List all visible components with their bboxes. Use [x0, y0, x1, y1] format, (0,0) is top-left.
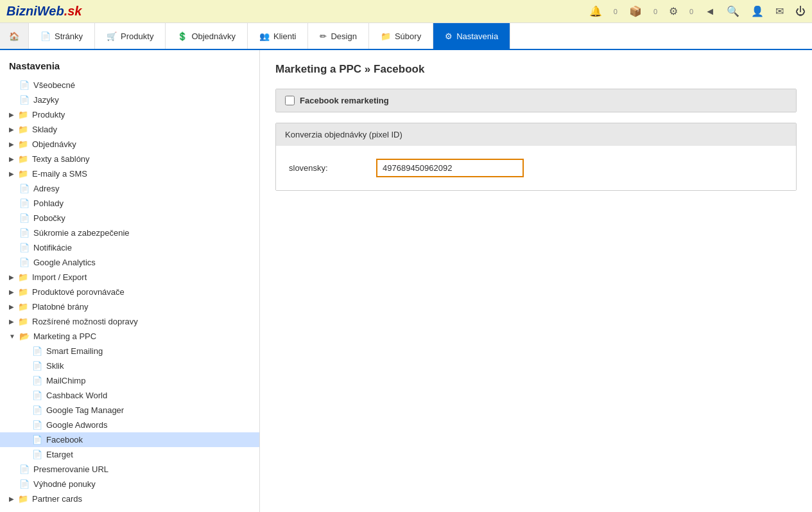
sidebar-item-produkty[interactable]: ▶ 📁 Produkty	[0, 107, 259, 122]
sidebar-label: Sklik	[46, 361, 64, 371]
sidebar-item-mailchimp[interactable]: 📄 MailChimp	[0, 373, 259, 388]
sidebar-item-emaily[interactable]: ▶ 📁 E-maily a SMS	[0, 166, 259, 181]
sidebar-item-marketing[interactable]: ▼ 📂 Marketing a PPC	[0, 329, 259, 344]
sidebar-item-vyhodne[interactable]: 📄 Výhodné ponuky	[0, 477, 259, 491]
notif-bell[interactable]: 🔔	[589, 5, 602, 17]
sidebar-label: Súkromie a zabezpečenie	[33, 228, 130, 238]
file-icon: 📄	[32, 346, 42, 356]
sidebar-item-google-analytics[interactable]: 📄 Google Analytics	[0, 255, 259, 270]
sidebar-item-adwords[interactable]: 📄 Google Adwords	[0, 418, 259, 432]
nav-subory[interactable]: 📁 Súbory	[369, 23, 433, 49]
sidebar-item-notifikacie[interactable]: 📄 Notifikácie	[0, 240, 259, 255]
sidebar-label: Smart Emailing	[46, 346, 103, 356]
sidebar-item-pohlady[interactable]: 📄 Pohlady	[0, 196, 259, 211]
file-icon: 📄	[19, 243, 30, 252]
konverzia-label: Konverzia objednávky (pixel ID)	[285, 130, 402, 139]
main-layout: Nastavenia 📄 Všeobecné 📄 Jazyky ▶ 📁 Prod…	[0, 50, 812, 512]
remarketing-label: Facebook remarketing	[300, 96, 389, 105]
sidebar-item-etarget[interactable]: 📄 Etarget	[0, 447, 259, 462]
sidebar-item-sklik[interactable]: 📄 Sklik	[0, 358, 259, 373]
sidebar-item-jazyky[interactable]: 📄 Jazyky	[0, 93, 259, 107]
sidebar-item-sklady[interactable]: ▶ 📁 Sklady	[0, 122, 259, 137]
logo-sk: .sk	[64, 4, 82, 18]
sidebar-item-gtm[interactable]: 📄 Google Tag Manager	[0, 403, 259, 418]
sidebar-item-presmerovanie[interactable]: 📄 Presmerovanie URL	[0, 462, 259, 477]
folder-icon: 📁	[18, 110, 28, 119]
field-label-slovensky: slovensky:	[289, 163, 366, 173]
sidebar-label: Marketing a PPC	[33, 331, 96, 341]
logo-text: BizniWeb	[6, 4, 64, 18]
top-bar-right: 🔔0 📦0 ⚙0 ◄ 🔍 👤 ✉ ⏻	[589, 5, 806, 17]
sidebar-item-import[interactable]: ▶ 📁 Import / Export	[0, 270, 259, 285]
file-icon: 📄	[32, 420, 42, 430]
power-icon[interactable]: ⏻	[795, 6, 806, 17]
folder-icon: 📁	[18, 139, 28, 149]
file-icon: 📄	[32, 435, 42, 445]
page-title: Marketing a PPC » Facebook	[275, 63, 797, 76]
sidebar-item-adresy[interactable]: 📄 Adresy	[0, 181, 259, 196]
notif-box[interactable]: 📦	[629, 5, 642, 17]
sidebar-label: Produkty	[32, 110, 65, 119]
content-area: Marketing a PPC » Facebook Facebook rema…	[260, 50, 812, 512]
remarketing-checkbox[interactable]	[285, 96, 295, 105]
nav-produkty[interactable]: 🛒 Produkty	[95, 23, 166, 49]
sidebar-item-vseobecne[interactable]: 📄 Všeobecné	[0, 78, 259, 93]
arrow-right-icon: ▶	[9, 111, 14, 118]
logo: BizniWeb.sk	[6, 4, 82, 19]
nav-stranky[interactable]: 📄 Stránky	[29, 23, 95, 49]
sidebar-label: Cashback World	[46, 391, 107, 400]
nav-klienti[interactable]: 👥 Klienti	[248, 23, 308, 49]
file-icon: 📄	[19, 228, 30, 238]
sidebar-label: Sklady	[32, 125, 57, 134]
folder-icon: 📁	[18, 287, 28, 297]
folder-icon: 📁	[18, 154, 28, 164]
sidebar-item-objednavky[interactable]: ▶ 📁 Objednávky	[0, 137, 259, 152]
file-icon: 📄	[32, 405, 42, 415]
sidebar-label: Adresy	[33, 184, 59, 193]
sidebar-label: Facebook	[46, 435, 83, 445]
design-icon: ✏	[320, 31, 327, 41]
sidebar-label: Rozšírené možnosti dopravy	[32, 317, 138, 326]
mail-icon[interactable]: ✉	[775, 5, 784, 17]
nav-klienti-label: Klienti	[273, 31, 296, 41]
file-icon: 📄	[32, 361, 42, 371]
folder-icon: 📁	[18, 494, 28, 504]
sidebar-item-smart-emailing[interactable]: 📄 Smart Emailing	[0, 344, 259, 358]
nav-bar: 🏠 📄 Stránky 🛒 Produkty 💲 Objednávky 👥 Kl…	[0, 23, 812, 50]
konverzia-header: Konverzia objednávky (pixel ID)	[276, 123, 796, 146]
sidebar-item-texty[interactable]: ▶ 📁 Texty a šablóny	[0, 152, 259, 166]
file-icon: 📄	[19, 95, 30, 105]
sidebar-label: Presmerovanie URL	[33, 464, 108, 474]
sidebar-item-rozsirene[interactable]: ▶ 📁 Rozšírené možnosti dopravy	[0, 314, 259, 329]
notif-gear[interactable]: ⚙	[669, 5, 678, 17]
sidebar-item-produktove[interactable]: ▶ 📁 Produktové porovnávače	[0, 285, 259, 299]
nastavenia-icon: ⚙	[445, 31, 453, 41]
search-icon[interactable]: 🔍	[727, 5, 739, 17]
sidebar-item-partner-cards[interactable]: ▶ 📁 Partner cards	[0, 491, 259, 506]
nav-nastavenia[interactable]: ⚙ Nastavenia	[433, 23, 510, 49]
nav-design[interactable]: ✏ Design	[308, 23, 368, 49]
arrow-down-icon: ▼	[9, 333, 15, 340]
nav-back-icon[interactable]: ◄	[705, 6, 715, 17]
nav-home[interactable]: 🏠	[0, 23, 29, 49]
sidebar-item-platobne[interactable]: ▶ 📁 Platobné brány	[0, 299, 259, 314]
arrow-right-icon: ▶	[9, 318, 14, 325]
file-icon: 📄	[19, 479, 30, 489]
nav-objednavky-label: Objednávky	[191, 31, 236, 41]
nav-objednavky[interactable]: 💲 Objednávky	[166, 23, 248, 49]
sidebar-item-pobocky[interactable]: 📄 Pobočky	[0, 211, 259, 225]
arrow-right-icon: ▶	[9, 170, 14, 177]
top-bar: BizniWeb.sk 🔔0 📦0 ⚙0 ◄ 🔍 👤 ✉ ⏻	[0, 0, 812, 23]
pixel-id-input[interactable]	[376, 159, 524, 177]
sidebar-label: Produktové porovnávače	[32, 287, 125, 297]
nav-subory-label: Súbory	[395, 31, 421, 41]
sidebar-label: Etarget	[46, 450, 73, 459]
nav-design-label: Design	[331, 31, 356, 41]
nav-stranky-label: Stránky	[55, 31, 83, 41]
sidebar-title: Nastavenia	[0, 57, 259, 78]
sidebar-label: Partner cards	[32, 494, 82, 504]
user-icon[interactable]: 👤	[751, 5, 764, 17]
sidebar-item-sukromie[interactable]: 📄 Súkromie a zabezpečenie	[0, 225, 259, 240]
sidebar-item-cashback[interactable]: 📄 Cashback World	[0, 388, 259, 403]
sidebar-item-facebook[interactable]: 📄 Facebook	[0, 432, 259, 447]
